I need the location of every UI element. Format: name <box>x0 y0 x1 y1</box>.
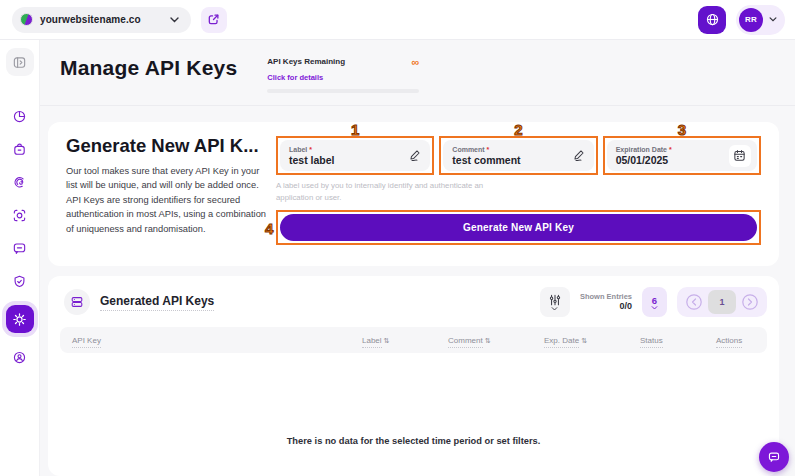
sort-icon: ⇅ <box>384 337 390 344</box>
avatar: RR <box>739 8 763 32</box>
shield-check-icon <box>12 274 27 289</box>
infinity-value: ∞ <box>411 57 419 67</box>
expiration-date-field[interactable]: Expiration Date * 05/01/2025 <box>607 140 757 171</box>
sidebar-item-activity[interactable] <box>6 168 34 196</box>
site-name: yourwebsitename.co <box>40 14 141 25</box>
comment-field-label: Comment <box>452 146 484 153</box>
generate-api-key-card: Generate New API K... Our tool makes sur… <box>48 122 779 266</box>
inbox-bag-icon <box>12 142 27 157</box>
chevron-down-icon <box>170 17 179 23</box>
apps-globe-icon <box>705 12 720 27</box>
open-site-button[interactable] <box>201 7 227 33</box>
annotation-box-button: 4 Generate New API Key <box>276 210 761 245</box>
sort-icon: ⇅ <box>485 337 491 344</box>
label-field[interactable]: Label * test label <box>280 140 430 171</box>
page-title: Manage API Keys <box>60 56 237 80</box>
comment-field[interactable]: Comment * test comment <box>443 140 593 171</box>
chat-bubble-icon <box>767 450 781 464</box>
column-header-status: Status <box>640 336 716 345</box>
sidebar-item-inbox[interactable] <box>6 135 34 163</box>
sidebar-toggle-button[interactable] <box>6 48 34 76</box>
page-size-select[interactable]: 6 <box>642 287 667 317</box>
annotation-box-comment: 2 Comment * test comment <box>439 136 597 175</box>
header-divider <box>40 105 795 106</box>
label-field-value: test label <box>289 154 335 166</box>
generate-card-description: Our tool makes sure that every API Key i… <box>66 164 266 236</box>
remaining-progress-bar <box>267 89 419 93</box>
apps-launcher-button[interactable] <box>698 6 726 34</box>
generate-api-key-button[interactable]: Generate New API Key <box>280 214 757 241</box>
calendar-icon <box>733 149 746 162</box>
vortex-icon <box>12 175 27 190</box>
user-menu[interactable]: RR <box>736 5 785 35</box>
next-page-button[interactable] <box>736 290 764 314</box>
expiration-field-value: 05/01/2025 <box>616 154 672 166</box>
sidebar-item-analytics[interactable] <box>6 102 34 130</box>
support-agent-icon <box>12 350 27 365</box>
table-filter-button[interactable] <box>540 287 570 317</box>
sidebar-item-settings[interactable] <box>6 305 34 333</box>
site-selector[interactable]: yourwebsitename.co <box>12 7 191 33</box>
external-link-icon <box>207 13 220 26</box>
sidebar-item-messages[interactable] <box>6 234 34 262</box>
keys-card-title: Generated API Keys <box>100 294 214 311</box>
column-header-exp-date[interactable]: Exp. Date⇅ <box>544 336 640 345</box>
remaining-details-link[interactable]: Click for details <box>267 73 323 82</box>
api-keys-remaining-widget: API Keys Remaining Click for details ∞ <box>267 57 419 93</box>
chevron-down-icon <box>769 17 777 22</box>
topbar: yourwebsitename.co RR <box>0 0 795 40</box>
annotation-number-1: 1 <box>351 121 359 138</box>
comment-field-value: test comment <box>452 154 520 166</box>
sidebar-item-identity[interactable] <box>6 201 34 229</box>
sliders-icon <box>549 294 561 306</box>
required-mark: * <box>309 146 312 153</box>
empty-state-message: There is no data for the selected time p… <box>48 436 779 446</box>
edit-comment-button[interactable] <box>572 149 588 162</box>
column-header-actions: Actions <box>716 336 755 345</box>
sidebar <box>0 40 40 476</box>
pagination: 1 <box>677 287 767 317</box>
chat-widget-button[interactable] <box>759 442 789 472</box>
shown-entries-label: Shown Entries <box>580 292 632 301</box>
label-field-label: Label <box>289 146 307 153</box>
remaining-label: API Keys Remaining <box>267 57 345 66</box>
arrow-left-circle-icon <box>685 293 703 311</box>
generate-card-title: Generate New API K... <box>66 135 266 157</box>
site-favicon-icon <box>20 13 33 26</box>
arrow-right-circle-icon <box>741 293 759 311</box>
generated-api-keys-card: Generated API Keys Shown Entries 0/0 6 <box>48 276 779 476</box>
annotation-number-3: 3 <box>678 121 686 138</box>
page-header: Manage API Keys API Keys Remaining Click… <box>40 40 795 93</box>
chevron-down-icon <box>551 307 558 311</box>
previous-page-button[interactable] <box>680 290 708 314</box>
required-mark: * <box>669 146 672 153</box>
current-page[interactable]: 1 <box>708 290 736 314</box>
open-datepicker-button[interactable] <box>729 145 751 167</box>
column-header-comment[interactable]: Comment⇅ <box>448 336 544 345</box>
pencil-icon <box>572 149 585 162</box>
required-mark: * <box>487 146 490 153</box>
annotation-number-4: 4 <box>265 219 273 236</box>
settings-gear-icon <box>12 312 27 327</box>
annotation-box-expiration: 3 Expiration Date * 05/01/2025 <box>603 136 761 175</box>
page-size-value: 6 <box>652 295 657 306</box>
app-screen: yourwebsitename.co RR <box>0 0 795 476</box>
panel-toggle-icon <box>12 55 27 70</box>
shown-entries: Shown Entries 0/0 <box>580 292 632 313</box>
expiration-field-label: Expiration Date <box>616 146 667 153</box>
label-helper-text: A label used by you to internally identi… <box>276 180 516 204</box>
column-header-api-key: API Key <box>72 336 362 345</box>
pencil-icon <box>408 149 421 162</box>
key-list-icon <box>64 289 90 315</box>
table-header-row: API Key Label⇅ Comment⇅ Exp. Date⇅ Statu… <box>60 327 767 353</box>
main-content: Manage API Keys API Keys Remaining Click… <box>40 40 795 476</box>
sidebar-item-security[interactable] <box>6 267 34 295</box>
pie-chart-icon <box>12 109 27 124</box>
face-scan-icon <box>12 208 27 223</box>
shown-entries-value: 0/0 <box>580 301 632 312</box>
sort-icon: ⇅ <box>581 337 587 344</box>
edit-label-button[interactable] <box>408 149 424 162</box>
sidebar-item-support[interactable] <box>6 343 34 371</box>
chat-icon <box>12 241 27 256</box>
column-header-label[interactable]: Label⇅ <box>362 336 448 345</box>
